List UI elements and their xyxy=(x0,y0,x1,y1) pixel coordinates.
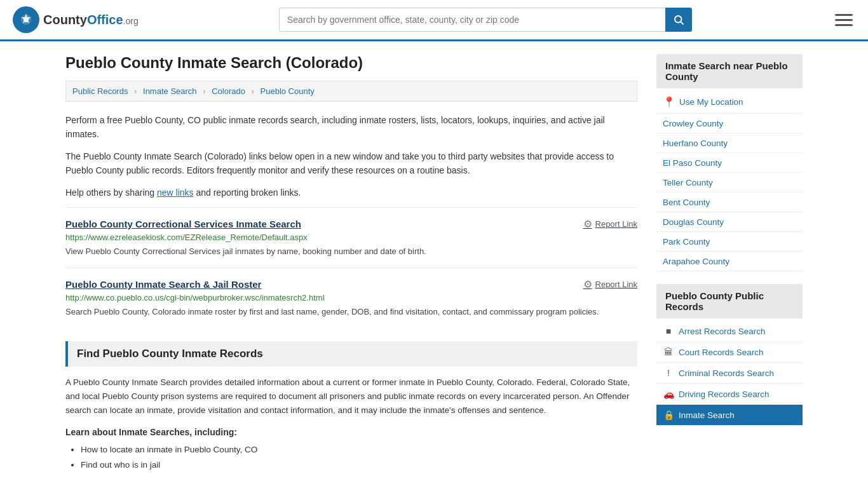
list-item: Bent County xyxy=(656,193,803,212)
sidebar-county-bent[interactable]: Bent County xyxy=(663,198,710,207)
site-header: CountyOffice.org xyxy=(0,0,868,41)
report-icon-1: ⚙ xyxy=(583,218,592,230)
court-records-link[interactable]: Court Records Search xyxy=(679,348,764,357)
sidebar-nearby-title: Inmate Search near Pueblo County xyxy=(656,54,803,88)
driving-icon: 🚗 xyxy=(663,389,674,399)
result-item-2: Pueblo County Inmate Search & Jail Roste… xyxy=(65,268,637,329)
criminal-records-link[interactable]: Criminal Records Search xyxy=(679,369,774,378)
svg-line-4 xyxy=(681,22,683,24)
arrest-records-link[interactable]: Arrest Records Search xyxy=(679,327,766,336)
list-item: Douglas County xyxy=(656,212,803,232)
list-item: Huerfano County xyxy=(656,133,803,153)
list-item: 🏛 Court Records Search xyxy=(656,342,803,363)
logo-text: CountyOffice.org xyxy=(43,13,139,27)
list-item: Crowley County xyxy=(656,114,803,133)
inmate-search-link[interactable]: Inmate Search xyxy=(679,410,735,420)
svg-point-2 xyxy=(24,17,29,22)
result-desc-2: Search Pueblo County, Colorado inmate ro… xyxy=(65,306,637,318)
description-1: Perform a free Pueblo County, CO public … xyxy=(65,113,637,142)
report-link-btn-2[interactable]: ⚙ Report Link xyxy=(583,278,637,290)
sidebar: Inmate Search near Pueblo County 📍 Use M… xyxy=(656,54,803,473)
sidebar-county-arapahoe[interactable]: Arapahoe County xyxy=(663,257,729,266)
list-item: How to locate an inmate in Pueblo County… xyxy=(81,442,637,458)
list-item: ! Criminal Records Search xyxy=(656,363,803,384)
page-title: Pueblo County Inmate Search (Colorado) xyxy=(65,54,637,72)
search-area xyxy=(279,8,692,32)
description-3: Help others by sharing new links and rep… xyxy=(65,186,637,200)
svg-point-3 xyxy=(675,16,682,23)
sidebar-county-el-paso[interactable]: El Paso County xyxy=(663,158,722,168)
location-pin-icon: 📍 xyxy=(663,96,675,108)
court-icon: 🏛 xyxy=(663,347,674,357)
menu-icon[interactable] xyxy=(832,8,855,31)
find-records-body: A Pueblo County Inmate Search provides d… xyxy=(65,376,637,418)
list-item: 🚗 Driving Records Search xyxy=(656,384,803,405)
sidebar-county-teller[interactable]: Teller County xyxy=(663,178,713,187)
logo-area: CountyOffice.org xyxy=(13,6,139,33)
search-button[interactable] xyxy=(665,8,692,32)
report-icon-2: ⚙ xyxy=(583,278,592,290)
search-input[interactable] xyxy=(279,8,665,32)
result-desc-1: View Pueblo County Correctional Services… xyxy=(65,245,637,258)
sidebar-county-douglas[interactable]: Douglas County xyxy=(663,217,724,227)
driving-records-link[interactable]: Driving Records Search xyxy=(679,390,770,399)
breadcrumb-inmate-search[interactable]: Inmate Search xyxy=(143,86,197,96)
sidebar-county-park[interactable]: Park County xyxy=(663,237,710,247)
learn-heading: Learn about Inmate Searches, including: xyxy=(65,427,637,437)
new-links-link[interactable]: new links xyxy=(157,187,194,198)
list-item: Teller County xyxy=(656,173,803,193)
result-url-2: http://www.co.pueblo.co.us/cgi-bin/webpu… xyxy=(65,293,637,302)
logo-icon xyxy=(13,6,39,33)
result-url-1: https://www.ezreleasekiosk.com/EZRelease… xyxy=(65,233,637,242)
public-records-list: ■ Arrest Records Search 🏛 Court Records … xyxy=(656,321,803,426)
sidebar-public-records-title: Pueblo County Public Records xyxy=(656,284,803,318)
breadcrumb-public-records[interactable]: Public Records xyxy=(72,86,128,96)
result-link-2[interactable]: Pueblo County Inmate Search & Jail Roste… xyxy=(65,279,261,290)
breadcrumb-colorado[interactable]: Colorado xyxy=(212,86,245,96)
nearby-counties-list: Crowley County Huerfano County El Paso C… xyxy=(656,114,803,271)
breadcrumb-pueblo-county[interactable]: Pueblo County xyxy=(261,86,315,96)
list-item: Park County xyxy=(656,232,803,252)
list-item: Arapahoe County xyxy=(656,252,803,271)
list-item: El Paso County xyxy=(656,153,803,173)
sidebar-county-huerfano[interactable]: Huerfano County xyxy=(663,139,728,148)
breadcrumb: Public Records › Inmate Search › Colorad… xyxy=(65,81,637,102)
list-item-active: 🔒 Inmate Search xyxy=(656,405,803,426)
content-wrapper: Pueblo County Inmate Search (Colorado) P… xyxy=(53,41,815,485)
report-link-btn-1[interactable]: ⚙ Report Link xyxy=(583,218,637,230)
result-title-1: Pueblo County Correctional Services Inma… xyxy=(65,218,637,230)
criminal-icon: ! xyxy=(663,368,674,378)
use-location-item[interactable]: 📍 Use My Location xyxy=(656,91,803,114)
result-item-1: Pueblo County Correctional Services Inma… xyxy=(65,207,637,268)
main-content: Pueblo County Inmate Search (Colorado) P… xyxy=(65,54,637,473)
description-2: The Pueblo County Inmate Search (Colorad… xyxy=(65,149,637,178)
bullet-list: How to locate an inmate in Pueblo County… xyxy=(81,442,637,473)
arrest-icon: ■ xyxy=(663,326,674,336)
list-item: ■ Arrest Records Search xyxy=(656,321,803,342)
list-item: Find out who is in jail xyxy=(81,458,637,473)
use-location-link[interactable]: Use My Location xyxy=(679,97,743,107)
sidebar-county-crowley[interactable]: Crowley County xyxy=(663,119,723,128)
result-link-1[interactable]: Pueblo County Correctional Services Inma… xyxy=(65,219,301,229)
inmate-icon: 🔒 xyxy=(663,410,674,420)
find-records-header: Find Pueblo County Inmate Records xyxy=(65,341,637,367)
result-title-2: Pueblo County Inmate Search & Jail Roste… xyxy=(65,278,637,290)
